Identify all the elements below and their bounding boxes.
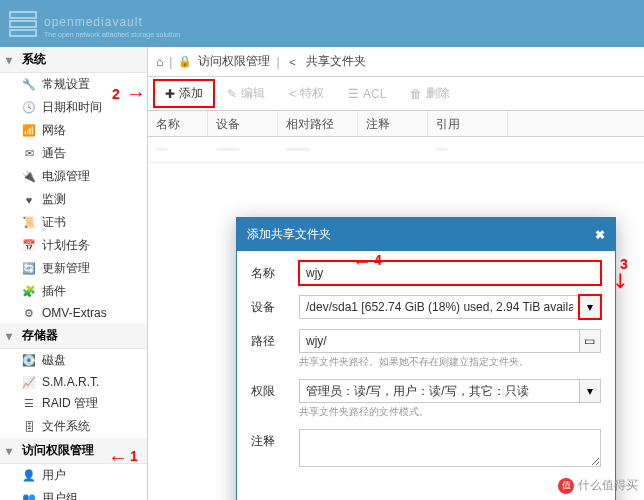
cert-icon: 📜 [22,216,36,230]
nav-raid[interactable]: ☰RAID 管理 [0,392,147,415]
table-header: 名称 设备 相对路径 注释 引用 [148,111,644,137]
list-icon: ☰ [348,87,359,101]
chevron-down-icon: ▾ [587,300,593,314]
device-dropdown[interactable]: ▾ [579,295,601,319]
svg-rect-0 [10,12,36,18]
label-perm: 权限 [251,379,299,400]
crumb-access[interactable]: 访问权限管理 [198,53,270,70]
acl-button[interactable]: ☰ACL [337,82,397,106]
share-icon: < [286,55,300,69]
input-path[interactable] [299,329,579,353]
input-perm[interactable] [299,379,579,403]
svg-rect-2 [10,30,36,36]
brand: openmediavaultThe open network attached … [44,10,180,38]
chart-icon: 📈 [22,375,36,389]
table-row[interactable]: —————— [148,137,644,163]
label-name: 名称 [251,261,299,282]
nav-power[interactable]: 🔌电源管理 [0,165,147,188]
priv-button[interactable]: <特权 [278,80,335,107]
heart-icon: ♥ [22,193,36,207]
hint-path: 共享文件夹路径。如果她不存在则建立指定文件夹。 [299,355,601,369]
nav-user[interactable]: 👤用户 [0,464,147,487]
lock-icon: 🔒 [178,55,192,69]
home-icon[interactable]: ⌂ [156,55,163,69]
input-name[interactable] [299,261,601,285]
watermark: 值什么值得买 [558,477,638,494]
nav-network[interactable]: 📶网络 [0,119,147,142]
group-system[interactable]: ▾系统 [0,47,147,73]
puzzle-icon: 🧩 [22,285,36,299]
nav-group[interactable]: 👥用户组 [0,487,147,500]
path-browse[interactable]: ▭ [579,329,601,353]
col-path[interactable]: 相对路径 [278,111,358,136]
network-icon: 📶 [22,124,36,138]
refresh-icon: 🔄 [22,262,36,276]
group-storage[interactable]: ▾存储器 [0,323,147,349]
group-access[interactable]: ▾访问权限管理 [0,438,147,464]
plug-icon: 🔌 [22,170,36,184]
col-note[interactable]: 注释 [358,111,428,136]
label-note: 注释 [251,429,299,450]
dialog-add-share: 添加共享文件夹 ✖ 名称 设备 ▾ 路径 ▭ 共享文件夹路径。如果她不存在则建立… [236,217,616,500]
input-note[interactable] [299,429,601,467]
wrench-icon: 🔧 [22,78,36,92]
col-ref[interactable]: 引用 [428,111,508,136]
sidebar: ▾系统 🔧常规设置 🕓日期和时间 📶网络 ✉通告 🔌电源管理 ♥监测 📜证书 📅… [0,47,148,500]
nav-disk[interactable]: 💽磁盘 [0,349,147,372]
nav-update[interactable]: 🔄更新管理 [0,257,147,280]
users-icon: 👥 [22,492,36,501]
layers-icon: ☰ [22,397,36,411]
plus-icon: ✚ [165,87,175,101]
perm-dropdown[interactable]: ▾ [579,379,601,403]
del-button[interactable]: 🗑删除 [399,80,461,107]
nav-cert[interactable]: 📜证书 [0,211,147,234]
label-path: 路径 [251,329,299,350]
share-icon: < [289,87,296,101]
nav-sched[interactable]: 📅计划任务 [0,234,147,257]
mail-icon: ✉ [22,147,36,161]
clock-icon: 🕓 [22,101,36,115]
user-icon: 👤 [22,469,36,483]
gear-icon: ⚙ [22,306,36,320]
svg-rect-1 [10,21,36,27]
pencil-icon: ✎ [227,87,237,101]
nav-plugin[interactable]: 🧩插件 [0,280,147,303]
folder-icon: ▭ [584,334,595,348]
nav-notify[interactable]: ✉通告 [0,142,147,165]
input-device[interactable] [299,295,579,319]
header: openmediavaultThe open network attached … [0,0,644,47]
add-button[interactable]: ✚添加 [154,80,214,107]
edit-button[interactable]: ✎编辑 [216,80,276,107]
nav-monitor[interactable]: ♥监测 [0,188,147,211]
trash-icon: 🗑 [410,87,422,101]
calendar-icon: 📅 [22,239,36,253]
nav-smart[interactable]: 📈S.M.A.R.T. [0,372,147,392]
nav-datetime[interactable]: 🕓日期和时间 [0,96,147,119]
disk-icon: 💽 [22,354,36,368]
nav-general[interactable]: 🔧常规设置 [0,73,147,96]
col-name[interactable]: 名称 [148,111,208,136]
database-icon: 🗄 [22,420,36,434]
col-dev[interactable]: 设备 [208,111,278,136]
crumb-shared[interactable]: 共享文件夹 [306,53,366,70]
nav-fs[interactable]: 🗄文件系统 [0,415,147,438]
hint-perm: 共享文件夹路径的文件模式。 [299,405,601,419]
logo-icon [8,10,38,38]
label-dev: 设备 [251,295,299,316]
breadcrumb: ⌂| 🔒访问权限管理| <共享文件夹 [148,47,644,77]
dialog-header: 添加共享文件夹 ✖ [237,218,615,251]
toolbar: ✚添加 ✎编辑 <特权 ☰ACL 🗑删除 [148,77,644,111]
dialog-title: 添加共享文件夹 [247,226,331,243]
nav-extras[interactable]: ⚙OMV-Extras [0,303,147,323]
close-icon[interactable]: ✖ [595,228,605,242]
chevron-down-icon: ▾ [587,384,593,398]
watermark-icon: 值 [558,478,574,494]
